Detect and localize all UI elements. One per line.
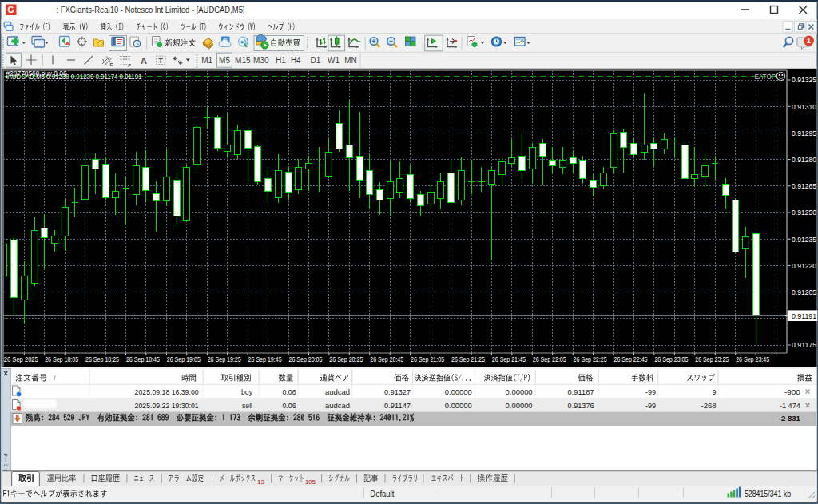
svg-text:26 Sep 19:05: 26 Sep 19:05 bbox=[167, 355, 201, 363]
svg-text:26 Sep 23:25: 26 Sep 23:25 bbox=[695, 355, 729, 363]
svg-text:MN: MN bbox=[344, 56, 357, 65]
svg-text:0.91325: 0.91325 bbox=[792, 75, 816, 84]
svg-text:-900: -900 bbox=[784, 387, 801, 396]
svg-text:H1: H1 bbox=[276, 56, 286, 65]
svg-text:M15: M15 bbox=[235, 56, 251, 65]
svg-text:M1: M1 bbox=[201, 56, 212, 65]
svg-text:H4: H4 bbox=[291, 56, 301, 65]
svg-text:-268: -268 bbox=[701, 401, 717, 410]
svg-text:-2 831: -2 831 bbox=[779, 414, 801, 423]
svg-text:26 Sep 18:05: 26 Sep 18:05 bbox=[45, 355, 78, 363]
svg-text:2025.09.18 16:39:00: 2025.09.18 16:39:00 bbox=[135, 387, 199, 396]
svg-text:528415/341 kb: 528415/341 kb bbox=[745, 490, 791, 498]
svg-text:0.00000: 0.00000 bbox=[506, 387, 534, 396]
svg-text:buy: buy bbox=[241, 387, 252, 396]
svg-text:1: 1 bbox=[807, 37, 811, 45]
svg-text:0.91250: 0.91250 bbox=[792, 208, 816, 216]
svg-text:26 Sep 18:25: 26 Sep 18:25 bbox=[85, 355, 119, 363]
svg-text:: FXGiants-Real10 - Notesco In: : FXGiants-Real10 - Notesco Int Limited … bbox=[57, 5, 245, 14]
svg-text:AUDCAD,M5 0.91238 0.91239 0.91: AUDCAD,M5 0.91238 0.91239 0.91174 0.9119… bbox=[8, 73, 142, 81]
svg-text:26 Sep 19:45: 26 Sep 19:45 bbox=[248, 355, 282, 363]
svg-text:26 Sep 21:45: 26 Sep 21:45 bbox=[492, 355, 526, 363]
svg-text:M30: M30 bbox=[253, 56, 269, 65]
svg-text:T: T bbox=[158, 56, 163, 65]
svg-text:0.00000: 0.00000 bbox=[506, 401, 534, 410]
svg-text:26 Sep 2025: 26 Sep 2025 bbox=[4, 355, 38, 363]
svg-text:E: E bbox=[109, 62, 113, 67]
svg-text:D1: D1 bbox=[311, 56, 321, 65]
svg-text:0.06: 0.06 bbox=[283, 387, 296, 396]
svg-text:0.91187: 0.91187 bbox=[568, 387, 594, 396]
svg-text:26 Sep 20:05: 26 Sep 20:05 bbox=[288, 355, 322, 363]
svg-text:26 Sep 19:25: 26 Sep 19:25 bbox=[208, 355, 241, 363]
svg-text:audcad: audcad bbox=[325, 387, 350, 396]
svg-text:105: 105 bbox=[305, 478, 316, 486]
svg-text:0.91376: 0.91376 bbox=[568, 401, 595, 410]
svg-text:0.00000: 0.00000 bbox=[445, 401, 473, 410]
svg-text:0.00000: 0.00000 bbox=[445, 387, 473, 396]
svg-text:audcad: audcad bbox=[325, 401, 350, 410]
svg-text:0.06: 0.06 bbox=[283, 401, 296, 410]
svg-text:0.91191: 0.91191 bbox=[792, 312, 816, 320]
svg-text:26 Sep 18:45: 26 Sep 18:45 bbox=[126, 355, 160, 363]
svg-text:0.91220: 0.91220 bbox=[792, 261, 816, 270]
svg-text:26 Sep 20:25: 26 Sep 20:25 bbox=[329, 355, 363, 363]
svg-text:26 Sep 23:45: 26 Sep 23:45 bbox=[736, 355, 769, 363]
svg-text:26 Sep 21:25: 26 Sep 21:25 bbox=[451, 355, 485, 363]
svg-text:9: 9 bbox=[713, 387, 717, 396]
svg-text:0.91147: 0.91147 bbox=[384, 401, 411, 410]
svg-text:-99: -99 bbox=[645, 387, 656, 396]
svg-text:G: G bbox=[8, 5, 14, 14]
svg-text:26 Sep 22:25: 26 Sep 22:25 bbox=[574, 355, 607, 363]
svg-text:F: F bbox=[128, 63, 131, 68]
svg-text:EATOP: EATOP bbox=[755, 72, 776, 81]
svg-text:-99: -99 bbox=[645, 401, 656, 410]
svg-text:A: A bbox=[141, 56, 147, 65]
svg-text:26 Sep 21:05: 26 Sep 21:05 bbox=[411, 355, 444, 363]
svg-text:0.91205: 0.91205 bbox=[792, 288, 816, 296]
svg-text:26 Sep 22:05: 26 Sep 22:05 bbox=[533, 355, 566, 363]
svg-text:-1 474: -1 474 bbox=[780, 401, 801, 410]
svg-text:Default: Default bbox=[370, 489, 394, 498]
svg-text:0.91295: 0.91295 bbox=[792, 129, 816, 137]
svg-text:W1: W1 bbox=[328, 56, 340, 65]
svg-text:M5: M5 bbox=[219, 56, 230, 65]
svg-text:0.91175: 0.91175 bbox=[792, 340, 816, 349]
svg-text:0.91265: 0.91265 bbox=[792, 181, 816, 190]
svg-text:26 Sep 23:05: 26 Sep 23:05 bbox=[654, 355, 688, 363]
svg-text:0.91280: 0.91280 bbox=[792, 155, 816, 164]
svg-text:0.91235: 0.91235 bbox=[792, 235, 816, 244]
svg-text:0.91327: 0.91327 bbox=[384, 387, 411, 396]
svg-text:2025.09.22 19:30:01: 2025.09.22 19:30:01 bbox=[135, 401, 199, 410]
svg-text:26 Sep 22:45: 26 Sep 22:45 bbox=[614, 355, 648, 363]
svg-text:13: 13 bbox=[257, 478, 265, 486]
svg-text:0.91310: 0.91310 bbox=[792, 102, 816, 111]
svg-text:sell: sell bbox=[242, 401, 252, 410]
svg-text:26 Sep 20:45: 26 Sep 20:45 bbox=[370, 355, 403, 363]
